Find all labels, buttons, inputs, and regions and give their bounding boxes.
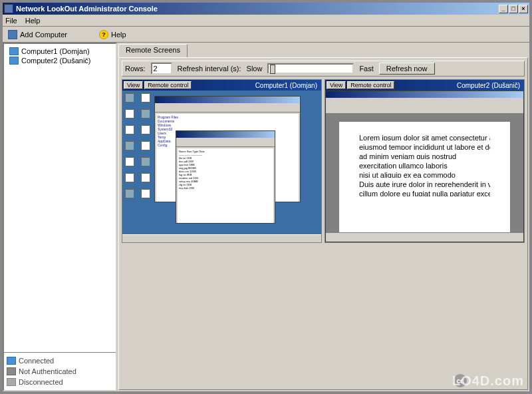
remote-screen-1[interactable]: Program FilesDocumentsWindowsSystem32Use… <box>122 91 321 242</box>
help-button[interactable]: ? Help <box>99 30 126 39</box>
tab-remote-screens[interactable]: Remote Screens <box>118 44 188 57</box>
tree-item-computer2[interactable]: Computer2 (Dušanič) <box>7 56 113 65</box>
refresh-slider[interactable] <box>267 63 354 74</box>
minimize-button[interactable]: _ <box>499 5 508 13</box>
rows-label: Rows: <box>125 65 146 73</box>
remote-desktop: Program FilesDocumentsWindowsSystem32Use… <box>122 91 321 242</box>
tab-content: Rows: Refresh interval (s): Slow Fast Re… <box>118 57 528 390</box>
app-icon <box>4 4 13 13</box>
screen-panel-1: View Remote control Computer1 (Domjan) <box>122 79 322 243</box>
tree-item-computer1[interactable]: Computer1 (Domjan) <box>7 47 113 56</box>
view-button[interactable]: View <box>327 81 346 89</box>
controls-row: Rows: Refresh interval (s): Slow Fast Re… <box>122 61 525 77</box>
remote-taskbar <box>122 234 321 242</box>
slider-thumb-icon[interactable] <box>270 65 275 74</box>
maximize-button[interactable]: □ <box>509 5 518 13</box>
screen-title: Computer2 (Dušanič) <box>396 82 523 89</box>
screen-header-2: View Remote control Computer2 (Dušanič) <box>325 80 524 91</box>
tab-strip: Remote Screens <box>118 44 528 57</box>
refresh-interval-label: Refresh interval (s): <box>178 65 241 73</box>
legend-disconnected: Disconnected <box>7 377 113 387</box>
connected-icon <box>7 357 16 365</box>
slow-label: Slow <box>247 65 263 73</box>
window-controls: _ □ × <box>499 5 528 13</box>
tree-item-label: Computer1 (Domjan) <box>21 47 90 55</box>
screen-title: Computer1 (Domjan) <box>193 82 320 89</box>
screen-panel-2: View Remote control Computer2 (Dušanič) <box>325 79 525 243</box>
toolbar: Add Computer ? Help <box>3 27 529 43</box>
titlebar[interactable]: Network LookOut Administrator Console _ … <box>3 3 529 15</box>
add-computer-label: Add Computer <box>20 31 67 39</box>
app-window-frame: Network LookOut Administrator Console _ … <box>0 0 532 394</box>
window-title: Network LookOut Administrator Console <box>16 5 499 13</box>
status-legend: Connected Not Authenticated Disconnected <box>4 352 116 390</box>
document-page: Lorem ipsum dolor sit amet consectetur a… <box>339 122 510 232</box>
computer-icon <box>9 47 19 55</box>
menu-file[interactable]: File <box>5 17 17 25</box>
screens-grid: View Remote control Computer1 (Domjan) <box>122 79 525 243</box>
computer-tree: Computer1 (Domjan) Computer2 (Dušanič) <box>4 44 116 352</box>
desktop-icons <box>125 93 153 198</box>
sidebar: Computer1 (Domjan) Computer2 (Dušanič) C… <box>3 43 117 391</box>
legend-not-authenticated: Not Authenticated <box>7 366 113 377</box>
close-button[interactable]: × <box>519 5 528 13</box>
not-authenticated-icon <box>7 367 16 375</box>
remote-desktop: Lorem ipsum dolor sit amet consectetur a… <box>325 91 524 242</box>
main-panel: Remote Screens Rows: Refresh interval (s… <box>117 43 529 391</box>
remote-control-button[interactable]: Remote control <box>347 81 394 89</box>
watermark: LO4D.com <box>452 373 524 389</box>
help-label: Help <box>111 31 126 39</box>
remote-screen-2[interactable]: Lorem ipsum dolor sit amet consectetur a… <box>325 91 524 242</box>
menu-help[interactable]: Help <box>25 17 41 25</box>
menubar: File Help <box>3 15 529 27</box>
content-area: Computer1 (Domjan) Computer2 (Dušanič) C… <box>3 43 529 391</box>
disconnected-icon <box>7 378 16 386</box>
remote-word-window: Lorem ipsum dolor sit amet consectetur a… <box>325 91 524 242</box>
refresh-now-button[interactable]: Refresh now <box>379 63 435 75</box>
fast-label: Fast <box>359 65 373 73</box>
add-computer-button[interactable]: Add Computer <box>8 30 67 39</box>
computer-icon <box>9 57 19 65</box>
view-button[interactable]: View <box>124 81 143 89</box>
remote-window-2: Name Size Type Date—— —— —— ——file txt 1… <box>176 130 275 224</box>
legend-connected: Connected <box>7 355 113 366</box>
help-icon: ? <box>99 30 108 39</box>
remote-control-button[interactable]: Remote control <box>144 81 192 89</box>
tree-item-label: Computer2 (Dušanič) <box>21 57 91 65</box>
computer-add-icon <box>8 30 17 39</box>
rows-input[interactable] <box>151 63 172 75</box>
screen-header-1: View Remote control Computer1 (Domjan) <box>122 80 321 91</box>
